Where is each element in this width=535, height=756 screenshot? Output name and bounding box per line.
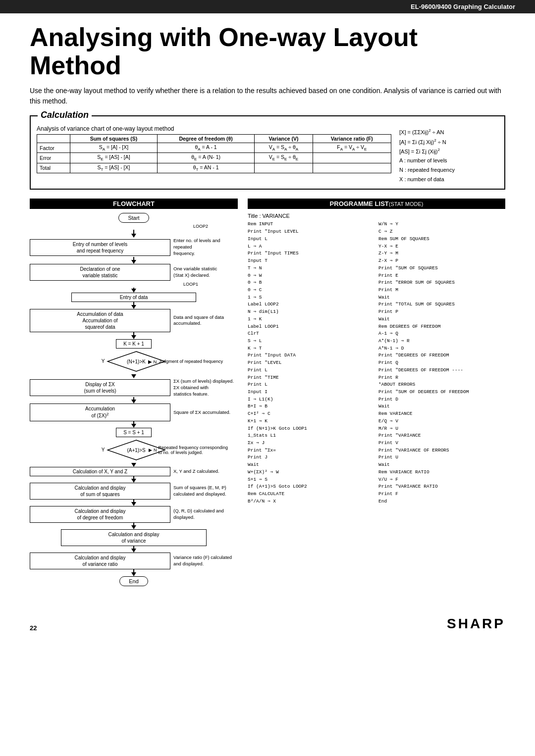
prog-line: Print "VARIANCE RATIO (378, 483, 505, 491)
fc-line-1 (133, 230, 134, 234)
prog-line: Wait (378, 403, 505, 410)
prog-line: Print "VARIANCE OF ERRORS (378, 447, 505, 454)
total-f (313, 163, 391, 173)
prog-line: Y-X ⇒ E (378, 243, 505, 251)
prog-line: Print P (378, 308, 505, 316)
fc-row-accum: Accumulation of dataAccumulation ofsquar… (30, 309, 238, 332)
fc-arrow-12 (131, 525, 136, 529)
fc-arrow-3 (131, 289, 136, 293)
prog-line: E/Q ⇒ V (378, 418, 505, 425)
prog-line: Print "DEGREES OF FREEDOM ---- (378, 367, 505, 374)
error-s: SE = [AS] - [A] (70, 153, 158, 163)
prog-line: Wait (248, 461, 374, 469)
fc-box-variance: Calculation and displayof variance (61, 529, 207, 546)
prog-line: Rem VARIANCE (378, 410, 505, 418)
prog-line: Σx ⇒ J (248, 440, 374, 447)
prog-line: Wait (378, 294, 505, 302)
fc-note-sumsq: Sum of squares (E, M, P)calculated and d… (173, 485, 238, 498)
fc-box-k: K = K + 1 (116, 339, 152, 349)
formula-n: N : repeated frequency (399, 165, 498, 175)
error-f (313, 153, 391, 163)
page-bottom: 22 SHARP (0, 611, 535, 637)
fc-arrow-8 (131, 424, 136, 428)
fc-note-decl: One variable statistic(Stat X) declared. (173, 266, 238, 279)
factor-theta: θA = A - 1 (157, 143, 255, 153)
fc-note-levels: Enter no. of levels and repeatedfrequenc… (173, 238, 238, 256)
header-text: EL-9600/9400 Graphing Calculator (411, 3, 515, 10)
programme-column: PROGRAMME LIST(STAT MODE) Title : VARIAN… (248, 199, 505, 586)
row-label-total: Total (37, 163, 70, 173)
prog-line: Print "Σx= (248, 447, 374, 454)
fc-row-dof: Calculation and displayof degree of free… (30, 506, 238, 523)
loop1-label: LOOP1 (183, 282, 198, 287)
fc-arrow-13 (131, 549, 136, 553)
prog-line: Print "TOTAL SUM OF SQUARES (378, 301, 505, 308)
prog-line: Print "Input LEVEL (248, 228, 374, 236)
prog-line: Wait (378, 316, 505, 323)
prog-line: N ⇒ dim(L1) (248, 308, 374, 316)
prog-line: K+1 ⇒ K (248, 418, 374, 425)
prog-line: If (N+1)>K Goto LOOP1 (248, 425, 374, 433)
prog-line: Rem DEGREES OF FREEDOM (378, 323, 505, 331)
prog-line: Print U (378, 454, 505, 461)
fc-box-sigmax: Display of ΣX(sum of levels) (30, 379, 170, 396)
programme-header: PROGRAMME LIST(STAT MODE) (248, 199, 505, 209)
fc-box-xyz: Calculation of X, Y and Z (30, 467, 170, 476)
fc-arrow-10 (131, 479, 136, 483)
calc-formulas: [X] = (ΣΣXij)2 ÷ AN [A] = Σi (Σj Xij)2 ÷… (399, 125, 498, 184)
prog-line: L ⇒ A (248, 243, 374, 251)
loop2-label-area: LOOP2 (30, 223, 238, 230)
fc-arrow-14 (131, 572, 136, 576)
fc-diamond-n: Y (N+1)>K ▶ N Judgment of repeated frequ… (30, 351, 238, 372)
prog-line: Print "TIME (248, 374, 374, 382)
prog-col-2: W/N ⇒ Y C ⇒ Z Rem SUM OF SQUARES Y-X ⇒ E… (378, 221, 505, 505)
fc-note-varratio: Variance ratio (F) calculated and displa… (173, 554, 238, 567)
prog-line: Print "SUM OF SQUARES (378, 265, 505, 272)
prog-line: Print "ERROR SUM OF SQUARES (378, 279, 505, 287)
prog-columns: Rem INPUT Print "Input LEVEL Input L L ⇒… (248, 221, 505, 505)
fc-arrow-5 (131, 335, 136, 339)
fc-arrow-4 (131, 305, 136, 309)
prog-line: T ⇒ N (248, 265, 374, 272)
fc-note-dof: (Q, R, D) calculated anddisplayed. (173, 508, 238, 521)
prog-line: A*N-1 ⇒ D (378, 345, 505, 353)
prog-line: W/N ⇒ Y (378, 221, 505, 228)
fc-note-sigmax: ΣX (sum of levels) displayed.ΣX obtained… (173, 378, 238, 397)
prog-line: End (378, 498, 505, 505)
prog-line: 1_Stats L1 (248, 432, 374, 440)
prog-line: Print "VARIANCE (378, 432, 505, 440)
prog-line: I ⇒ L1(K) (248, 396, 374, 403)
calc-section-title: Calculation (38, 110, 92, 120)
prog-line: K ⇒ T (248, 345, 374, 353)
fc-arrow-1 (131, 234, 136, 238)
prog-title: Title : VARIANCE (248, 213, 505, 219)
col-header-sum: Sum of squares (S) (70, 135, 158, 143)
prog-line: Print "SUM OF DEGREES OF FREEDOM (378, 389, 505, 396)
prog-line: Print J (248, 454, 374, 461)
formula-1: [X] = (ΣΣXij)2 ÷ AN (399, 127, 498, 137)
prog-line: A*(N-1) ⇒ R (378, 338, 505, 345)
fc-box-sumsq: Calculation and displayof sum of squares (30, 483, 170, 500)
formula-3: [AS] = Σi Σj (Xij)2 (399, 147, 498, 156)
fc-diamond-a: Y (A+1)>S ▶ N Repeated frequency corresp… (30, 439, 238, 461)
header-bar: EL-9600/9400 Graphing Calculator (0, 0, 535, 13)
fc-row-decl: Declaration of onevariable statistic One… (30, 264, 238, 281)
fc-box-decl: Declaration of onevariable statistic (30, 264, 170, 281)
total-s: ST = [AS] - [X] (70, 163, 158, 173)
prog-line: Label LOOP2 (248, 301, 374, 308)
prog-line: A-1 ⇒ Q (378, 330, 505, 338)
programme-header-text: PROGRAMME LIST (330, 200, 389, 207)
svg-text:(N+1)>K: (N+1)>K (127, 359, 146, 364)
fc-n-label-n: ▶ N Judgment of repeated frequency (148, 358, 223, 364)
error-v: VE = SE ÷ θE (255, 153, 313, 163)
flowchart-header: FLOWCHART (30, 199, 238, 209)
prog-line: Print "DEGREES OF FREEDOM (378, 352, 505, 359)
prog-line: Rem VARIANCE RATIO (378, 469, 505, 476)
prog-line: C ⇒ Z (378, 228, 505, 236)
variance-table: Sum of squares (S) Degree of freedom (θ)… (37, 134, 391, 173)
prog-line: Input T (248, 257, 374, 265)
subtitle: Use the one-way layout method to verify … (30, 86, 505, 106)
prog-line: C+I² ⇒ C (248, 410, 374, 418)
prog-line: Print "LEVEL (248, 359, 374, 367)
prog-line: 1 ⇒ K (248, 316, 374, 323)
